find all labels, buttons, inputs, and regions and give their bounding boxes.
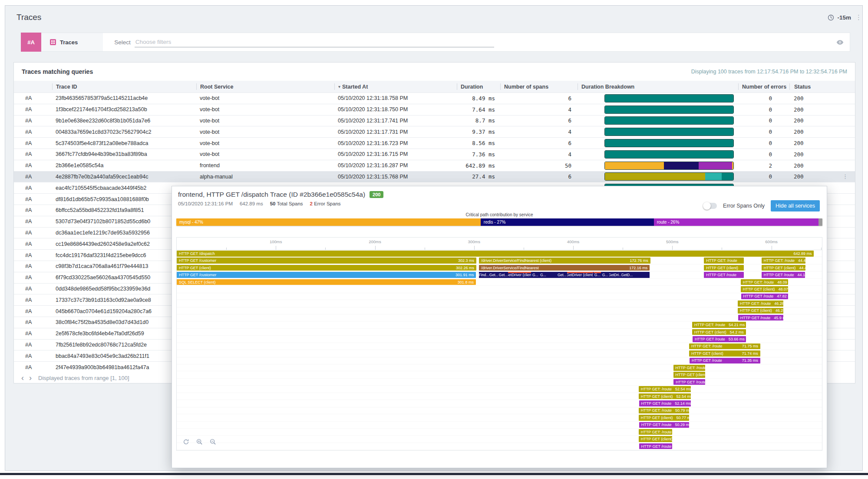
axis-tick-label: 400ms xyxy=(567,239,580,244)
span-bar[interactable]: HTTP GET (client) xyxy=(639,436,673,442)
span-bar[interactable]: HTTP GET /dispatch642.89 ms xyxy=(177,251,814,257)
column-header[interactable]: Duration Breakdown xyxy=(578,83,738,90)
span-bar[interactable]: HTTP GET /route52.14 ms xyxy=(639,400,691,406)
column-header[interactable]: Status xyxy=(789,83,828,90)
column-header[interactable]: Root Service xyxy=(196,83,334,90)
axis-tick xyxy=(672,246,673,250)
span-bar[interactable]: HTTP GET: /route50.79 ms xyxy=(639,408,689,414)
trace-row[interactable]: #A2b366e1e0585c54afrontend05/10/2020 12:… xyxy=(14,160,855,171)
column-header[interactable]: Number of errors xyxy=(738,83,789,90)
span-bar[interactable]: SQL SELECT (client)301.8 ms xyxy=(177,279,476,285)
status-code: 200 xyxy=(789,129,828,135)
query-badge[interactable]: #A xyxy=(21,33,41,52)
span-bar[interactable]: HTTP GET /route45.9 ms xyxy=(738,315,783,321)
axis-tick xyxy=(375,246,376,250)
status-code: 200 xyxy=(789,95,828,102)
span-bar[interactable]: HTTP GET: /route xyxy=(673,365,705,371)
span-bar[interactable]: HTTP GET /route44.12 ms xyxy=(762,272,805,278)
time-range-button[interactable]: -15m xyxy=(837,14,851,21)
span-label: HTTP GET: /route xyxy=(706,258,737,263)
duration-breakdown-bar xyxy=(604,94,734,102)
trace-row[interactable]: #A5c374503f5e4c873f12a08ebe788adcavote-b… xyxy=(14,137,855,149)
span-bar[interactable]: HTTP GET (client)48.07 ms xyxy=(741,286,789,292)
span-bar[interactable]: HTTP GET (client)46.25 ms xyxy=(738,308,783,314)
span-row: HTTP GET: /route50.79 ms xyxy=(177,407,822,414)
span-bar[interactable]: HTTP GET: /route48.09 ms xyxy=(741,279,789,285)
span-bar[interactable]: HTTP GET /route71.35 ms xyxy=(690,358,760,364)
kebab-icon[interactable]: ⋮ xyxy=(855,13,862,21)
panel-tab-traces[interactable]: Traces xyxy=(41,33,103,51)
span-segment[interactable]: GetDriver (client) xyxy=(508,272,531,278)
span-row: HTTP GET (client)71.74 ms xyxy=(177,350,822,357)
span-bar[interactable]: HTTP GET: /route54.21 ms xyxy=(692,322,746,328)
column-header[interactable]: Duration xyxy=(457,83,500,90)
span-bar[interactable]: HTTP GET (client)54.2 ms xyxy=(692,329,746,335)
span-segment[interactable]: Find... xyxy=(479,272,489,278)
reset-icon[interactable] xyxy=(183,439,189,445)
span-segment[interactable]: GetDriver (client) xyxy=(567,272,593,278)
span-segment[interactable]: G... xyxy=(531,272,539,278)
span-bar[interactable]: HTTP GET /customer302.3 ms xyxy=(177,258,476,264)
error-spans-toggle[interactable] xyxy=(704,203,717,209)
span-bar[interactable]: HTTP GET: /route46.28 ms xyxy=(738,301,783,307)
filter-input[interactable]: Choose filters xyxy=(135,37,494,47)
span-row: HTTP GET (client)48.07 ms xyxy=(177,286,822,293)
span-bar-group[interactable]: Find...Get...Get...GetDriver (client)G..… xyxy=(479,272,650,278)
zoom-out-icon[interactable] xyxy=(210,439,216,445)
chevron-left-icon[interactable]: ‹ xyxy=(19,375,26,381)
trace-row[interactable]: #A9b1e0e638ee232d60c8f3b1b051da7e6vote-b… xyxy=(14,115,855,126)
chevron-right-icon[interactable]: › xyxy=(27,375,34,381)
span-bar[interactable]: HTTP GET (client)52.54 ms xyxy=(639,393,691,400)
column-header-spacer xyxy=(828,83,855,90)
trace-row[interactable]: #A3667fc77cfdb94e4b39be31ba83f89bavote-b… xyxy=(14,149,855,160)
trace-id: 9b1e0e638ee232d60c8f3b1b051da7e6 xyxy=(52,118,196,124)
span-bar[interactable]: HTTP GET: /route71.75 ms xyxy=(689,344,760,350)
span-bar[interactable]: HTTP GET /route50.29 ms xyxy=(639,422,689,428)
span-bar[interactable]: HTTP GET /route xyxy=(639,443,673,449)
span-bar[interactable]: HTTP GET (client)50.77 ms xyxy=(639,415,689,421)
trace-row[interactable]: #A1f3bcef22174e61704f3cd258213a50bvote-b… xyxy=(14,104,855,115)
column-header[interactable] xyxy=(14,83,52,90)
span-bar[interactable]: HTTP GET (client) xyxy=(704,265,743,271)
span-row: SQL SELECT (client)301.8 msHTTP GET: /ro… xyxy=(177,279,822,286)
column-header[interactable]: Trace ID xyxy=(52,83,196,90)
span-bar[interactable]: HTTP GET /route53.66 ms xyxy=(693,336,746,342)
span-segment[interactable]: Get... xyxy=(558,272,567,278)
started-at: 05/10/2020 12:31:15.768 PM xyxy=(334,174,457,180)
span-segment[interactable]: G... xyxy=(539,272,547,278)
span-segment[interactable]: GetD... xyxy=(621,272,633,278)
trace-row[interactable]: #A004833a7659e1c8d37023c75627904c2vote-b… xyxy=(14,126,855,137)
span-bar[interactable]: HTTP GET /route xyxy=(673,379,705,385)
span-segment[interactable]: Get... xyxy=(499,272,508,278)
span-bar[interactable]: HTTP GET: /route52.54 ms xyxy=(639,386,691,392)
eye-icon[interactable] xyxy=(836,40,844,45)
span-segment[interactable] xyxy=(547,272,557,278)
span-bar[interactable]: HTTP GET /route47.82 ms xyxy=(741,294,789,300)
error-count: 0 xyxy=(738,95,789,102)
span-bar[interactable]: HTTP GET (client) xyxy=(673,372,705,378)
span-bar[interactable]: HTTP GET (client)71.74 ms xyxy=(689,350,760,357)
span-bar[interactable]: HTTP GET (client)302.26 ms xyxy=(177,265,476,271)
span-bar[interactable]: HTTP GET: /route44.48 ms xyxy=(762,258,806,264)
trace-row[interactable]: #A23fb4635657853f79a5c1145211acb4evote-b… xyxy=(14,92,855,104)
span-bar[interactable]: /driver.DriverService/FindNearest (clien… xyxy=(479,258,650,264)
span-bar[interactable]: HTTP GET (client)44.47 ms xyxy=(762,265,806,271)
span-bar[interactable]: /driver.DriverService/FindNearest172.16 … xyxy=(479,265,650,271)
span-segment[interactable]: G... xyxy=(594,272,601,278)
span-segment[interactable]: GetDri... xyxy=(609,272,620,278)
kebab-icon[interactable]: ⋮ xyxy=(828,173,855,180)
trace-row[interactable]: #A4e2887fb7e0b2a440afa59cec1eab94calpha-… xyxy=(14,171,855,182)
column-header[interactable]: ▾Started At xyxy=(334,83,457,90)
zoom-in-icon[interactable] xyxy=(196,439,203,445)
hide-all-services-button[interactable]: Hide all services xyxy=(771,200,820,211)
span-bar[interactable]: HTTP GET: /route xyxy=(704,258,743,264)
span-segment[interactable]: Get... xyxy=(489,272,498,278)
started-at: 05/10/2020 12:31:18.750 PM xyxy=(334,106,457,112)
span-segment[interactable] xyxy=(633,272,650,278)
span-segment[interactable]: G... xyxy=(601,272,609,278)
span-bar[interactable]: HTTP GET /route xyxy=(704,272,743,278)
column-header[interactable]: Number of spans xyxy=(500,83,578,90)
span-row: HTTP GET /route50.29 ms xyxy=(177,422,822,429)
span-bar[interactable]: HTTP GET /customer301.91 ms xyxy=(177,272,476,278)
span-bar[interactable]: HTTP GET: /route xyxy=(639,429,673,435)
